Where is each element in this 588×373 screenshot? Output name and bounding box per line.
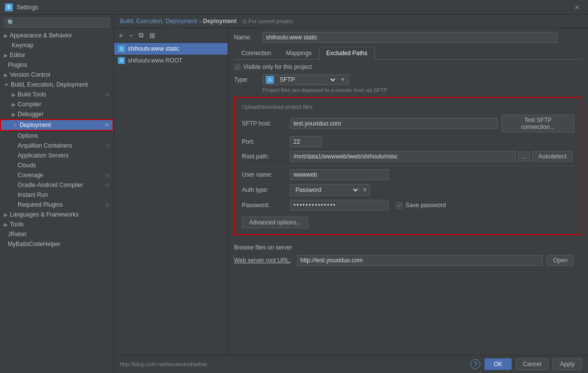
chevron-right-icon: ▶ [4, 222, 8, 227]
sidebar-item-label: JRebel [8, 231, 26, 238]
port-label: Port: [242, 138, 286, 145]
settings-icon: ⚙ [105, 183, 110, 188]
server-item-label: shihoutv.www ROOT [128, 57, 182, 64]
chevron-right-icon: ▶ [12, 102, 16, 107]
sidebar-item-plugins[interactable]: Plugins [0, 60, 114, 70]
sidebar-item-options[interactable]: Options [0, 131, 114, 141]
root-path-input[interactable] [290, 151, 516, 162]
web-url-input[interactable] [297, 255, 543, 266]
dropdown-arrow-icon: ▼ [340, 76, 346, 83]
name-label: Name: [234, 34, 259, 41]
upload-section-label: Upload/download project files [242, 104, 574, 110]
sidebar-item-clouds[interactable]: Clouds [0, 160, 114, 170]
server-list: S shihoutv.www static S shihoutv.www ROO… [114, 43, 228, 355]
sidebar-item-tools[interactable]: ▶ Tools [0, 219, 114, 229]
sidebar-item-gradle-android[interactable]: Gradle-Android Compiler ⚙ [0, 180, 114, 190]
sidebar-item-label: Version Control [10, 71, 50, 78]
breadcrumb-link[interactable]: Build, Execution, Deployment [120, 18, 197, 25]
copy-server-button[interactable]: ⧉ [137, 30, 146, 40]
browse-root-path-button[interactable]: ... [518, 152, 530, 161]
left-nav-panel: 🔍 ▶ Appearance & Behavior Keymap ▶ Edito… [0, 15, 114, 373]
sidebar-item-label: Languages & Frameworks [10, 211, 79, 218]
auth-type-row: Auth type: Password Key pair OpenSSH con… [242, 184, 574, 196]
breadcrumb: Build, Execution, Deployment › Deploymen… [114, 15, 588, 28]
move-server-button[interactable]: ⊞ [147, 31, 157, 40]
sidebar-item-debugger[interactable]: ▶ Debugger [0, 109, 114, 119]
server-item-static[interactable]: S shihoutv.www static [114, 43, 228, 55]
chevron-right-icon: ▶ [12, 112, 16, 117]
sftp-host-input[interactable] [290, 118, 498, 129]
sidebar-item-jrebel[interactable]: JRebel [0, 229, 114, 239]
web-url-row: Web server root URL: Open [234, 255, 582, 266]
sidebar-item-compiler[interactable]: ▶ Compiler [0, 99, 114, 109]
visible-label: Visible only for this project [243, 63, 312, 70]
app-icon: S [5, 3, 13, 11]
sidebar-item-build-exec-deploy[interactable]: ▼ Build, Execution, Deployment [0, 80, 114, 90]
test-sftp-button[interactable]: Test SFTP connection... [501, 115, 574, 132]
sidebar-item-deployment[interactable]: ▼ Deployment ⧉ [0, 119, 114, 131]
sidebar-item-required-plugins[interactable]: Required Plugins ⚙ [0, 200, 114, 210]
copy-icon: ⧉ [105, 122, 109, 128]
sidebar-item-label: MyBatisCodeHelper [8, 241, 60, 248]
name-input[interactable] [263, 32, 558, 43]
close-button[interactable]: ✕ [571, 2, 583, 12]
web-url-underline: Web server root URL: [234, 257, 291, 264]
sidebar-item-version-control[interactable]: ▶ Version Control [0, 70, 114, 80]
sftp-host-row: SFTP host: Test SFTP connection... [242, 115, 574, 132]
tab-mappings[interactable]: Mappings [279, 47, 319, 59]
apply-button[interactable]: Apply [553, 358, 582, 370]
sidebar-item-label: Build Tools [18, 91, 46, 98]
search-icon: 🔍 [7, 19, 15, 26]
sidebar-item-label: Deployment [20, 122, 51, 128]
save-password-row: Save password [396, 202, 446, 209]
remove-server-button[interactable]: − [127, 31, 135, 40]
sidebar-item-label: Tools [10, 221, 24, 228]
password-row: Password: Save password [242, 200, 574, 211]
tab-connection[interactable]: Connection [234, 47, 279, 59]
auth-type-label: Auth type: [242, 186, 286, 193]
sidebar-item-arquillian[interactable]: Arquillian Containers ⊡ [0, 141, 114, 151]
tab-excluded-paths[interactable]: Excluded Paths [319, 47, 375, 60]
username-row: User name: [242, 169, 574, 180]
type-dropdown[interactable]: SFTP FTP Local or mounted folder [278, 76, 337, 84]
browse-section: Browse files on server Web server root U… [234, 240, 582, 270]
server-item-root[interactable]: S shihoutv.www ROOT [114, 55, 228, 66]
sidebar-item-app-servers[interactable]: Application Servers [0, 151, 114, 160]
username-label: User name: [242, 171, 286, 178]
bottom-bar: http://blog.csdn.net/assassinshadow ? OK… [114, 355, 588, 373]
save-password-checkbox[interactable] [396, 202, 403, 209]
root-path-input-row: ... Autodetect [290, 151, 573, 162]
cancel-button[interactable]: Cancel [516, 358, 549, 370]
autodetect-button[interactable]: Autodetect [532, 151, 573, 162]
chevron-right-icon: ▶ [4, 53, 8, 58]
name-row: Name: [234, 32, 582, 43]
advanced-options-button[interactable]: Advanced options... [242, 217, 308, 228]
sidebar-item-instant-run[interactable]: Instant Run [0, 190, 114, 200]
tabs-row: Connection Mappings Excluded Paths [234, 47, 582, 60]
settings-window: S Settings ✕ 🔍 ▶ Appearance & Behavior K… [0, 0, 588, 373]
username-input[interactable] [290, 169, 388, 180]
add-server-button[interactable]: + [117, 31, 125, 40]
sidebar-item-label: Instant Run [18, 191, 48, 198]
search-input[interactable] [17, 19, 106, 26]
sidebar-item-editor[interactable]: ▶ Editor [0, 50, 114, 60]
type-row: Type: S SFTP FTP Local or mounted folder… [234, 74, 582, 85]
auth-type-select[interactable]: Password Key pair OpenSSH config and aut… [291, 185, 359, 195]
project-icon: ⊡ [106, 143, 110, 149]
search-box[interactable]: 🔍 [4, 18, 110, 28]
port-input[interactable] [290, 136, 322, 147]
sidebar-item-languages[interactable]: ▶ Languages & Frameworks [0, 210, 114, 219]
chevron-right-icon: ▶ [4, 33, 8, 38]
help-button[interactable]: ? [470, 359, 480, 369]
sidebar-item-appearance[interactable]: ▶ Appearance & Behavior [0, 31, 114, 40]
open-button[interactable]: Open [547, 255, 574, 266]
sidebar-item-keymap[interactable]: Keymap [0, 40, 114, 50]
sidebar-item-mybatis[interactable]: MyBatisCodeHelper [0, 239, 114, 249]
visible-checkbox[interactable] [234, 64, 240, 70]
sidebar-item-coverage[interactable]: Coverage ⚙ [0, 170, 114, 180]
password-input[interactable] [290, 200, 388, 211]
breadcrumb-separator: › [199, 18, 201, 25]
sidebar-item-label: Options [18, 132, 38, 139]
ok-button[interactable]: OK [484, 358, 511, 370]
sidebar-item-build-tools[interactable]: ▶ Build Tools ⚙ [0, 90, 114, 99]
